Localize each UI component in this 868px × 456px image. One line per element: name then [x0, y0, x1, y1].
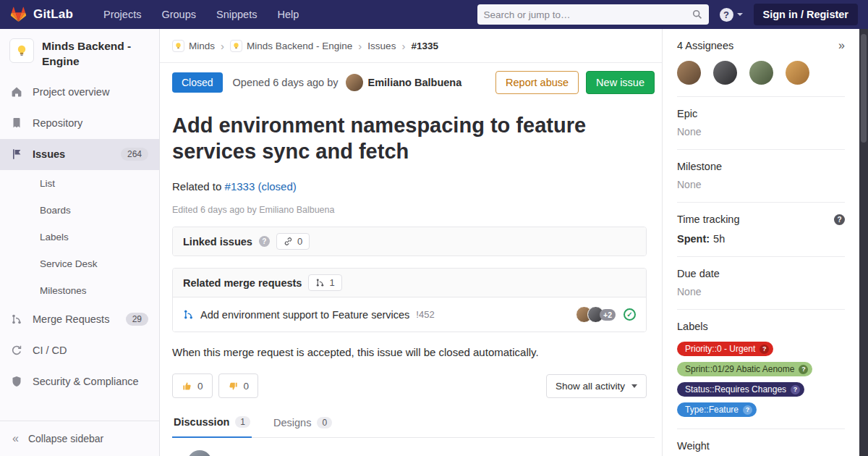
- page-scrollbar: [859, 29, 868, 456]
- activity-filter-dropdown[interactable]: Show all activity: [546, 374, 647, 398]
- related-mrs-card: Related merge requests 1 Add environment…: [172, 268, 647, 332]
- sign-in-register-button[interactable]: Sign in / Register: [754, 4, 858, 25]
- label-pill[interactable]: Status::Requires Changes ?: [677, 382, 804, 397]
- help-icon[interactable]: ?: [834, 214, 845, 225]
- project-name: Minds Backend - Engine: [42, 38, 150, 69]
- thumbs-up-count: 0: [197, 381, 203, 392]
- milestone-title: Milestone: [677, 161, 845, 172]
- sidebar-subitem-milestones[interactable]: Milestones: [0, 277, 159, 304]
- label-pill[interactable]: Type::Feature ?: [677, 402, 757, 417]
- scoped-label-help-icon: ?: [791, 385, 800, 394]
- sidebar-item-label: Repository: [33, 117, 82, 129]
- breadcrumb-project[interactable]: Minds Backend - Engine: [230, 40, 352, 52]
- related-mr-row: Add environment support to Feature servi…: [173, 297, 646, 332]
- discussion-count-badge: 1: [235, 416, 250, 428]
- repository-icon: [11, 117, 23, 130]
- linked-issues-count-value: 0: [297, 236, 302, 247]
- spent-value: 5h: [713, 233, 725, 245]
- help-icon[interactable]: ?: [259, 236, 270, 247]
- author-avatar[interactable]: [346, 74, 363, 91]
- sidebar-item-merge-requests[interactable]: Merge Requests 29: [0, 304, 159, 335]
- awards-row: 0 0 Show all activity: [172, 373, 647, 398]
- label-text: Status::Requires Changes: [685, 384, 786, 394]
- sidebar-item-issues[interactable]: Issues 264: [0, 139, 159, 170]
- sidebar-subitem-service-desk[interactable]: Service Desk: [0, 250, 159, 277]
- sidebar-subitem-boards[interactable]: Boards: [0, 197, 159, 224]
- help-dropdown[interactable]: ?: [720, 8, 743, 22]
- chevron-right-icon: ›: [221, 40, 224, 52]
- label-pill[interactable]: Sprint::01/29 Abatic Aenome ?: [677, 362, 812, 376]
- avatar[interactable]: [713, 61, 737, 85]
- tab-label: Discussion: [174, 416, 229, 428]
- gitlab-tanuki-logo-icon: [10, 7, 27, 22]
- nav-item-help[interactable]: Help: [267, 2, 309, 27]
- mr-meta: +2 ✓: [576, 306, 636, 323]
- auto-close-note: When this merge request is accepted, thi…: [172, 346, 655, 358]
- epic-title: Epic: [677, 108, 845, 119]
- milestone-value: None: [677, 179, 845, 190]
- collapse-panel-icon[interactable]: »: [838, 40, 845, 51]
- gitlab-home-link[interactable]: GitLab: [10, 7, 73, 22]
- chevron-right-icon: ›: [401, 40, 405, 52]
- search-input[interactable]: [484, 9, 692, 20]
- nav-item-groups[interactable]: Groups: [151, 2, 206, 27]
- project-header[interactable]: Minds Backend - Engine: [0, 29, 159, 77]
- sidebar-item-repository[interactable]: Repository: [0, 108, 159, 139]
- sidebar-item-label: CI / CD: [33, 345, 67, 356]
- activity-filter-label: Show all activity: [556, 381, 625, 392]
- merge-requests-count-badge: 29: [126, 313, 148, 326]
- scrollbar-thumb[interactable]: [861, 34, 867, 143]
- issue-page: Closed Opened 6 days ago by Emiliano Bal…: [160, 63, 662, 438]
- linked-issues-card: Linked issues ? 0: [172, 227, 647, 256]
- time-spent-line: Spent:5h: [677, 233, 845, 245]
- labels-section: Labels Priority::0 - Urgent ? Sprint::01…: [677, 310, 845, 429]
- thumbs-down-button[interactable]: 0: [218, 373, 259, 398]
- nav-item-projects[interactable]: Projects: [93, 2, 151, 27]
- report-abuse-button[interactable]: Report abuse: [495, 71, 579, 94]
- search-icon: [692, 9, 702, 20]
- group-avatar: [172, 40, 184, 52]
- mr-title-link[interactable]: Add environment support to Feature servi…: [200, 309, 409, 321]
- scoped-label-help-icon: ?: [799, 365, 808, 374]
- labels-list: Priority::0 - Urgent ? Sprint::01/29 Aba…: [677, 342, 845, 417]
- assignees-section: 4 Assignees »: [677, 29, 845, 97]
- label-pill[interactable]: Priority::0 - Urgent ?: [677, 342, 773, 356]
- ci-cd-icon: [11, 345, 23, 357]
- top-navbar: GitLab Projects Groups Snippets Help ? S…: [0, 0, 868, 29]
- chevron-down-icon: [737, 13, 743, 16]
- sidebar-item-security-compliance[interactable]: Security & Compliance: [0, 366, 159, 397]
- help-icon: ?: [720, 8, 733, 22]
- sidebar-item-project-overview[interactable]: Project overview: [0, 77, 159, 108]
- designs-count-badge: 0: [317, 417, 332, 428]
- tab-discussion[interactable]: Discussion 1: [172, 416, 252, 438]
- author-name[interactable]: Emiliano Balbuena: [368, 77, 462, 88]
- labels-title: Labels: [677, 321, 845, 332]
- related-issue-line: Related to #1333 (closed): [172, 180, 655, 193]
- nav-menu: Projects Groups Snippets Help: [93, 2, 309, 27]
- sidebar-subitem-labels[interactable]: Labels: [0, 224, 159, 250]
- weight-section: Weight 2: [677, 429, 845, 456]
- new-issue-button[interactable]: New issue: [586, 71, 655, 94]
- avatar[interactable]: [786, 61, 809, 85]
- issue-tabs: Discussion 1 Designs 0: [172, 416, 655, 438]
- comment-author-avatar: [187, 450, 212, 456]
- sidebar-item-label: Security & Compliance: [33, 376, 139, 387]
- linked-issues-header: Linked issues ? 0: [173, 227, 646, 256]
- collapse-left-icon: «: [12, 432, 19, 445]
- tab-designs[interactable]: Designs 0: [272, 416, 333, 437]
- breadcrumb-group-minds[interactable]: Minds: [172, 40, 215, 52]
- nav-item-snippets[interactable]: Snippets: [206, 2, 267, 27]
- sidebar-item-ci-cd[interactable]: CI / CD: [0, 335, 159, 366]
- related-issue-link[interactable]: #1333 (closed): [225, 180, 297, 193]
- avatar[interactable]: [749, 61, 773, 85]
- collapse-sidebar-button[interactable]: « Collapse sidebar: [0, 421, 159, 456]
- scoped-label-help-icon: ?: [743, 405, 752, 415]
- chevron-down-icon: [631, 384, 637, 388]
- issues-count-badge: 264: [121, 148, 148, 161]
- thumbs-up-button[interactable]: 0: [172, 373, 213, 398]
- sidebar-subitem-list[interactable]: List: [0, 170, 159, 197]
- breadcrumb-issues[interactable]: Issues: [367, 41, 396, 51]
- breadcrumb-label: Minds: [189, 41, 215, 51]
- avatar[interactable]: [677, 61, 701, 85]
- related-mrs-count: 1: [308, 274, 341, 291]
